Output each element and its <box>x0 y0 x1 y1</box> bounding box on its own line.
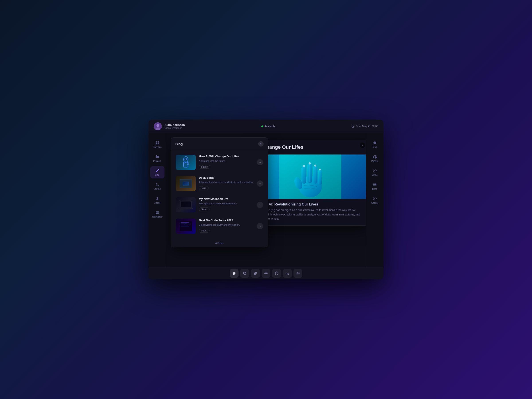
svg-line-5 <box>353 126 354 127</box>
bottom-icon-instagram[interactable] <box>240 269 249 278</box>
article-subtitle: wer of AI: Revolutionizing Our Lives <box>253 199 366 208</box>
bottom-icon-home[interactable] <box>230 269 239 278</box>
newsletter-label: Newsletter <box>152 216 163 218</box>
svg-point-20 <box>185 158 187 160</box>
about-label: About <box>154 202 160 204</box>
svg-point-32 <box>309 162 311 165</box>
home-icon <box>232 272 236 275</box>
blog-list: How AI Will Change Our Lifes A glimpse i… <box>171 150 268 239</box>
blog-post-arrow-4[interactable]: → <box>257 223 263 229</box>
blog-post-tag-3: Setup <box>199 208 209 211</box>
blog-modal-header: Blog × <box>171 138 268 150</box>
datetime: Sun, May 21 22:00 <box>352 125 378 128</box>
blog-post-desc-4: Empowering creativity and innovation. <box>199 223 263 227</box>
svg-point-31 <box>303 165 305 167</box>
blog-post-title-1: How AI Will Change Our Lifes <box>199 155 263 158</box>
svg-rect-8 <box>156 143 157 144</box>
status-label: Available <box>265 125 275 128</box>
grid-icon <box>155 140 160 145</box>
youtube-icon <box>264 272 268 275</box>
content-area: Blog × <box>166 133 366 267</box>
video-label: Video <box>372 174 378 176</box>
right-sidebar: Tools Playlist Video <box>366 133 383 267</box>
bottom-icon-twitter[interactable] <box>251 269 260 278</box>
sidebar-item-tools[interactable]: Tools <box>368 138 382 151</box>
article-title-section: ill Change Our Lifes <box>253 140 366 154</box>
folder-icon <box>155 154 160 159</box>
status-badge: Available <box>261 125 275 128</box>
bottom-icon-behance[interactable] <box>293 269 302 278</box>
svg-point-36 <box>373 197 376 200</box>
blog-post-desc-2: A harmonious blend of productivity and i… <box>199 181 263 184</box>
svg-point-40 <box>245 272 246 273</box>
blog-modal-footer: 4 Posts <box>171 239 268 247</box>
sidebar-item-blog[interactable]: Blog <box>150 166 165 178</box>
sidebar-item-about[interactable]: About <box>150 194 165 206</box>
clock-icon <box>352 125 355 128</box>
settings-icon <box>285 272 289 275</box>
blog-info-2: Desk Setup A harmonious blend of product… <box>199 176 263 190</box>
sidebar-item-services[interactable]: Services <box>150 138 165 151</box>
article-heading: ill Change Our Lifes <box>257 144 363 150</box>
blog-thumb-1 <box>176 155 196 170</box>
bottom-icon-youtube[interactable] <box>262 269 270 278</box>
blog-post-4[interactable]: Best No Code Tools 2023 Empowering creat… <box>174 216 265 236</box>
blog-post-arrow-2[interactable]: → <box>257 180 263 187</box>
tools-label: Tools <box>372 146 377 148</box>
svg-rect-27 <box>318 170 322 185</box>
github-icon <box>275 272 279 275</box>
article-modal: × ill Change Our Lifes <box>253 140 366 226</box>
user-role: Digital Designer <box>165 127 185 129</box>
blog-thumb-2 <box>176 176 196 191</box>
services-label: Services <box>153 146 161 148</box>
sidebar-item-newsletter[interactable]: Newsletter <box>150 208 165 220</box>
svg-rect-7 <box>157 141 159 143</box>
bottom-icon-github[interactable] <box>272 269 281 278</box>
left-sidebar: Services Projects Blog <box>149 133 166 267</box>
user-info: Akira Karlsson Digital Designer <box>154 122 185 130</box>
blog-label: Blog <box>155 174 159 176</box>
blog-post-desc-3: The epitome of sleek sophistication <box>199 202 263 205</box>
article-close-button[interactable]: × <box>360 143 365 148</box>
image-circle-icon <box>373 196 377 201</box>
main-area: Services Projects Blog <box>149 133 383 267</box>
svg-point-34 <box>319 169 321 171</box>
blog-post-3[interactable]: My New Macbook Pro The epitome of sleek … <box>174 195 265 215</box>
sidebar-item-projects[interactable]: Projects <box>150 152 165 165</box>
svg-point-39 <box>244 273 245 274</box>
article-hand-svg <box>279 154 341 199</box>
book-icon <box>373 183 377 187</box>
blog-post-2[interactable]: Desk Setup A harmonious blend of product… <box>174 173 265 194</box>
datetime-text: Sun, May 21 22:00 <box>356 125 378 128</box>
blog-post-tag-1: Future <box>199 165 210 169</box>
app-window: Akira Karlsson Digital Designer Availabl… <box>149 120 383 279</box>
sidebar-item-playlist[interactable]: Playlist <box>368 152 382 165</box>
twitter-icon <box>253 272 257 275</box>
blog-post-desc-1: A glimpse into the future. <box>199 159 263 163</box>
sidebar-item-contact[interactable]: Contact <box>150 180 165 192</box>
user-name: Akira Karlsson <box>165 123 185 127</box>
sidebar-item-gallery[interactable]: Gallery <box>368 194 382 206</box>
status-dot <box>261 126 263 127</box>
contact-label: Contact <box>153 188 161 190</box>
bottom-bar <box>149 267 383 279</box>
sidebar-item-video[interactable]: Video <box>368 166 382 178</box>
blog-modal-title: Blog <box>175 142 183 146</box>
article-body: ntelligence (AI) has emerged as a transf… <box>253 208 366 225</box>
top-bar: Akira Karlsson Digital Designer Availabl… <box>149 120 383 133</box>
blog-post-1[interactable]: How AI Will Change Our Lifes A glimpse i… <box>174 152 265 172</box>
blog-modal-close-button[interactable]: × <box>258 141 264 146</box>
blog-post-title-4: Best No Code Tools 2023 <box>199 219 263 222</box>
blog-post-arrow-1[interactable]: → <box>257 159 263 165</box>
person-icon <box>155 196 160 201</box>
avatar <box>154 122 162 130</box>
blog-post-arrow-3[interactable]: → <box>257 202 263 208</box>
play-circle-icon <box>373 168 377 173</box>
book-label: Book <box>372 188 377 190</box>
sidebar-item-book[interactable]: Book <box>368 180 382 192</box>
blog-post-title-2: Desk Setup <box>199 176 263 180</box>
bottom-icon-settings[interactable] <box>283 269 292 278</box>
music-icon <box>373 154 377 159</box>
svg-point-33 <box>314 165 316 167</box>
blog-post-tag-2: Tools <box>199 186 209 190</box>
